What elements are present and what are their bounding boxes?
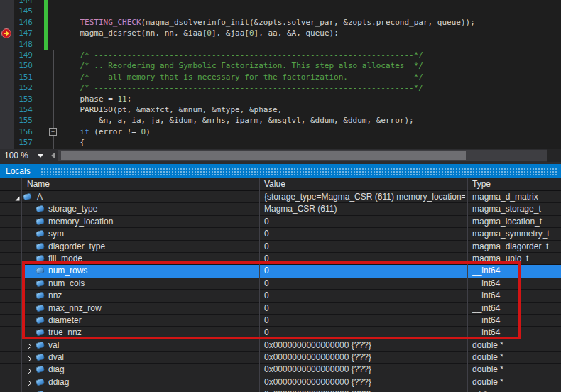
code-line-151[interactable]: 151 /* all memory that is necessary for …	[0, 72, 561, 82]
variable-type: magma_location_t	[472, 216, 542, 227]
code-text: /* -------------------------------------…	[33, 50, 423, 60]
locals-row-ddiag[interactable]: ddiag0x0000000000000000 {???}double *	[0, 376, 561, 388]
code-editor[interactable]: 144145146 TESTING_CHECK(magma_dsolverinf…	[0, 0, 561, 149]
locals-grid: Name Value Type A{storage_type=Magma_CSR…	[0, 178, 561, 392]
code-text	[33, 0, 61, 6]
variable-value[interactable]: 0x0000000000000000 {???}	[264, 339, 465, 351]
variable-value[interactable]: 0	[264, 241, 465, 252]
variable-type: magma_storage_t	[472, 203, 541, 214]
code-line-150[interactable]: 150 /* .. Reordering and Symbolic Factor…	[0, 60, 561, 71]
chevron-collapsed-icon[interactable]	[26, 379, 33, 388]
field-icon	[36, 279, 45, 287]
locals-row-nnz[interactable]: nnz0__int64	[0, 290, 561, 302]
variable-name: val	[48, 339, 59, 351]
variable-name: fill_mode	[48, 253, 82, 264]
breakpoint-current-statement-icon[interactable]	[1, 28, 11, 38]
variable-value[interactable]: 0x0000000000000000 {???}	[264, 364, 465, 375]
column-header-value[interactable]: Value	[264, 178, 285, 190]
locals-row-diameter[interactable]: diameter0__int64	[0, 315, 561, 327]
code-line-144[interactable]: 144	[0, 0, 561, 6]
variable-value[interactable]: Magma_CSR (611)	[264, 203, 465, 214]
variable-value[interactable]: {storage_type=Magma_CSR (611) memory_loc…	[264, 191, 465, 202]
scroll-left-arrow-icon[interactable]	[51, 152, 55, 159]
locals-rows: A{storage_type=Magma_CSR (611) memory_lo…	[0, 191, 561, 392]
code-line-148[interactable]: 148	[0, 39, 561, 50]
variable-name: diag	[48, 364, 65, 375]
field-icon	[36, 205, 45, 213]
variable-value[interactable]: 0x0000000000000000 {???}	[264, 388, 465, 392]
code-line-152[interactable]: 152 /* ---------------------------------…	[0, 82, 561, 93]
code-line-147[interactable]: 147 magma_dcsrset(nn, nn, &iaa[0], &jaa[…	[0, 28, 561, 38]
code-line-156[interactable]: 156 if (error != 0)	[0, 126, 561, 137]
field-icon	[36, 366, 45, 374]
variable-name: nnz	[48, 290, 62, 301]
code-line-146[interactable]: 146 TESTING_CHECK(magma_dsolverinfo_init…	[0, 17, 561, 28]
code-text: PARDISO(pt, &maxfct, &mnum, &mtype, &pha…	[33, 104, 282, 115]
variable-value[interactable]: 0	[264, 265, 465, 276]
horizontal-scrollbar[interactable]	[58, 150, 547, 161]
locals-row-A[interactable]: A{storage_type=Magma_CSR (611) memory_lo…	[0, 191, 561, 203]
locals-row-memory_location[interactable]: memory_location0magma_location_t	[0, 216, 561, 228]
line-number: 155	[0, 115, 33, 126]
variable-value[interactable]: 0x0000000000000000 {???}	[264, 376, 465, 388]
code-line-154[interactable]: 154 PARDISO(pt, &maxfct, &mnum, &mtype, …	[0, 104, 561, 115]
variable-name: dval	[48, 352, 64, 363]
locals-row-storage_type[interactable]: storage_typeMagma_CSR (611)magma_storage…	[0, 203, 561, 215]
variable-value[interactable]: 0x0000000000000000 {???}	[264, 352, 465, 363]
code-line-153[interactable]: 153 phase = 11;	[0, 94, 561, 104]
variable-value[interactable]: 0	[264, 228, 465, 239]
locals-row-fill_mode[interactable]: fill_mode0magma_uplo_t	[0, 253, 561, 265]
chevron-down-icon	[38, 154, 43, 158]
locals-title-bar[interactable]: Locals	[0, 164, 561, 178]
locals-row-num_cols[interactable]: num_cols0__int64	[0, 278, 561, 290]
variable-name: storage_type	[48, 203, 97, 214]
locals-row-row[interactable]: row0x0000000000000000 {???}int *	[0, 388, 561, 392]
locals-row-num_rows[interactable]: num_rows0__int64	[0, 265, 561, 277]
field-icon	[36, 230, 45, 238]
column-divider[interactable]	[467, 178, 468, 392]
code-lines[interactable]: 144145146 TESTING_CHECK(magma_dsolverinf…	[0, 0, 561, 148]
code-text: /* -------------------------------------…	[33, 82, 423, 93]
line-number: 154	[0, 104, 33, 115]
variable-value[interactable]: 0	[264, 315, 465, 326]
variable-value[interactable]: 0	[264, 290, 465, 301]
chevron-collapsed-icon[interactable]	[26, 342, 33, 352]
code-text: &n, a, ia, ja, &idum, &nrhs, iparm, &msg…	[33, 115, 414, 126]
variable-type: magma_uplo_t	[472, 253, 528, 264]
field-icon	[36, 329, 45, 337]
variable-value[interactable]: 0	[264, 278, 465, 289]
column-header-name[interactable]: Name	[27, 178, 50, 190]
code-line-157[interactable]: 157 {	[0, 137, 561, 148]
chevron-collapsed-icon[interactable]	[26, 366, 33, 376]
code-text: /* all memory that is necessary for the …	[33, 72, 423, 82]
locals-row-diagorder_type[interactable]: diagorder_type0magma_diagorder_t	[0, 241, 561, 253]
locals-row-max_nnz_row[interactable]: max_nnz_row0__int64	[0, 303, 561, 315]
code-line-155[interactable]: 155 &n, a, ia, ja, &idum, &nrhs, iparm, …	[0, 115, 561, 126]
chevron-expanded-icon[interactable]	[14, 194, 21, 204]
variable-name: num_rows	[48, 265, 87, 276]
fold-collapse-box[interactable]: −	[49, 128, 57, 136]
variable-value[interactable]: 0	[264, 327, 465, 338]
horizontal-scrollbar-thumb[interactable]	[61, 151, 466, 160]
variable-value[interactable]: 0	[264, 216, 465, 227]
code-line-149[interactable]: 149 /* ---------------------------------…	[0, 50, 561, 60]
title-bar-grip-dots	[40, 168, 558, 175]
locals-row-diag[interactable]: diag0x0000000000000000 {???}double *	[0, 364, 561, 376]
locals-row-val[interactable]: val0x0000000000000000 {???}double *	[0, 339, 561, 352]
locals-row-true_nnz[interactable]: true_nnz0__int64	[0, 327, 561, 339]
column-divider[interactable]	[259, 178, 260, 392]
code-text: magma_dcsrset(nn, nn, &iaa[0], &jaa[0], …	[33, 28, 339, 38]
variable-value[interactable]: 0	[264, 303, 465, 314]
locals-grid-header[interactable]: Name Value Type	[0, 178, 561, 191]
code-line-145[interactable]: 145	[0, 6, 561, 16]
zoom-level-dropdown[interactable]: 100 %	[0, 149, 47, 162]
chevron-collapsed-icon[interactable]	[26, 354, 33, 364]
line-number: 149	[0, 50, 33, 60]
variable-value[interactable]: 0	[264, 253, 465, 264]
editor-status-bar: 100 %	[0, 149, 561, 162]
line-number: 148	[0, 39, 33, 50]
column-divider[interactable]	[21, 178, 22, 392]
locals-row-sym[interactable]: sym0magma_symmetry_t	[0, 228, 561, 240]
column-header-type[interactable]: Type	[472, 178, 491, 190]
locals-row-dval[interactable]: dval0x0000000000000000 {???}double *	[0, 352, 561, 364]
